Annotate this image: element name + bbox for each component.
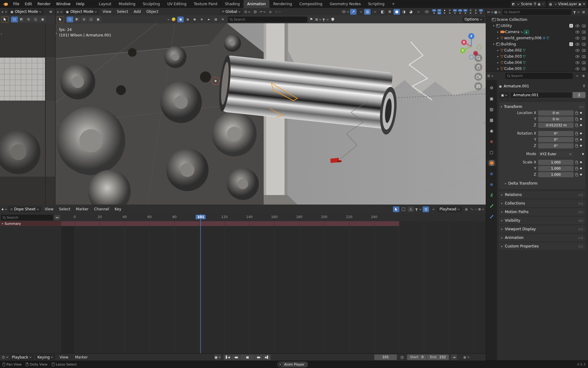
collection-checkbox[interactable]: ✓: [569, 42, 573, 46]
panel-grip-icon[interactable]: [578, 202, 583, 205]
workspace-tab-geometry-nodes[interactable]: Geometry Nodes: [326, 0, 364, 8]
tweak-tool-button[interactable]: [57, 16, 64, 23]
gizmo-z-axis[interactable]: Z: [468, 33, 474, 39]
properties-tab-bone-constraint-icon[interactable]: [487, 213, 496, 220]
animate-dot-icon[interactable]: [580, 118, 582, 120]
outliner-row[interactable]: ▸▽Cube.004▽: [486, 59, 588, 66]
filter-curve-icon[interactable]: ≋: [220, 17, 226, 22]
workspace-tab-texture-paint[interactable]: Texture Paint: [190, 0, 221, 8]
shading-rendered-icon[interactable]: ◕: [408, 9, 414, 15]
end-frame-field[interactable]: End 232: [427, 355, 449, 360]
toggle-on-icon[interactable]: [458, 9, 462, 12]
expander-closed-icon[interactable]: ▸: [496, 49, 499, 52]
keyframe-tracks-area[interactable]: [61, 221, 486, 353]
orientation-dropdown[interactable]: ⤧ Global: [220, 9, 243, 15]
timeline-view-icon[interactable]: ▥: [463, 354, 470, 360]
breadcrumb-object-name[interactable]: Armature.001: [503, 84, 529, 88]
ortho-grid-button[interactable]: [474, 82, 482, 90]
timeline-menu-view[interactable]: View: [57, 355, 71, 359]
editor-type-3d-icon[interactable]: ⟀: [1, 9, 8, 15]
panel-grip-icon[interactable]: [578, 245, 583, 247]
viewport-search-input[interactable]: [234, 17, 306, 21]
outliner-row[interactable]: ▸▽world_geometry.006⚙▽: [486, 35, 588, 41]
region-resize-arrows[interactable]: ‹›: [55, 31, 57, 35]
transform-value-field[interactable]: 0°: [538, 143, 574, 148]
jump-start-button[interactable]: ▌◀: [224, 355, 232, 360]
workspace-tab-animation[interactable]: Animation: [243, 0, 270, 8]
panel-grip-icon[interactable]: [579, 106, 584, 108]
outliner-item-label[interactable]: Cube.003: [504, 54, 522, 59]
toolbar-toggle-icon[interactable]: ‹: [1, 32, 2, 36]
sidebar-toggle-icon[interactable]: ‹: [484, 121, 485, 125]
topbar-menu-edit[interactable]: Edit: [22, 2, 35, 6]
outliner-filter-id-dropdown[interactable]: ▦: [494, 9, 501, 15]
lock-icon[interactable]: [575, 125, 578, 127]
display-mode-dropdown[interactable]: ▤: [315, 17, 322, 22]
fake-user-shield-icon[interactable]: [330, 17, 336, 22]
panel-grip-icon[interactable]: [578, 228, 583, 230]
playhead[interactable]: [200, 214, 201, 353]
pan-hand-button[interactable]: [474, 63, 482, 71]
toggle-off-icon[interactable]: ✕: [463, 12, 467, 14]
topbar-menu-window[interactable]: Window: [53, 2, 73, 6]
viewport-left-canvas[interactable]: ‹: [0, 23, 55, 205]
material-ball-icon[interactable]: [172, 17, 176, 21]
outliner-item-label[interactable]: Utility: [501, 24, 512, 28]
scene-selector[interactable]: ◩ Scene ▣ ×: [511, 1, 546, 7]
transform-value-field[interactable]: 0 m: [538, 117, 574, 122]
toggle-on-icon[interactable]: [453, 9, 457, 12]
outliner-row[interactable]: ▸Camera∿●: [486, 29, 588, 35]
hide-in-viewport-icon[interactable]: [575, 67, 579, 70]
pause-button[interactable]: ▮▮: [240, 355, 254, 360]
remove-viewlayer-icon[interactable]: ×: [582, 2, 586, 6]
animate-dot-icon[interactable]: [580, 124, 582, 126]
dopesheet-menu-key[interactable]: Key: [112, 207, 124, 211]
animate-dot-icon[interactable]: [582, 153, 584, 155]
outliner-row[interactable]: ▸▽Cube.002▽: [486, 47, 588, 53]
select-extend-button[interactable]: ◩: [74, 17, 80, 22]
outliner-row[interactable]: ▸▽Cube.003▽: [486, 53, 588, 59]
animate-dot-icon[interactable]: [580, 145, 582, 147]
gizmo-z-neg-axis[interactable]: [469, 55, 474, 59]
disable-in-render-icon[interactable]: [582, 43, 586, 46]
pin-icon[interactable]: [582, 84, 586, 88]
new-viewlayer-icon[interactable]: ▣: [578, 2, 581, 6]
new-collection-icon[interactable]: ⊞: [580, 9, 587, 15]
select-intersect-button[interactable]: ▣: [39, 17, 46, 22]
select-invert-button[interactable]: ◫: [32, 17, 39, 22]
toggle-off-icon[interactable]: ✕: [474, 9, 478, 12]
collection-checkbox[interactable]: ✓: [569, 24, 573, 28]
toggle-off-icon[interactable]: ✕: [448, 9, 452, 12]
panel-visibility[interactable]: ▸Visibility: [499, 217, 586, 224]
scene-name[interactable]: Scene: [521, 2, 532, 6]
disable-in-render-icon[interactable]: [582, 49, 586, 52]
dopesheet-menu-select[interactable]: Select: [56, 207, 73, 211]
select-extend-button[interactable]: ◩: [18, 17, 25, 22]
outliner-item-label[interactable]: Cube.002: [504, 48, 522, 52]
properties-tab-render-icon[interactable]: ▣: [487, 95, 496, 102]
panel-collections[interactable]: ▸Collections: [499, 200, 586, 207]
editor-type-timeline-icon[interactable]: ◷: [2, 354, 9, 360]
overlay-eye-icon[interactable]: [424, 9, 430, 15]
dopesheet-menu-view[interactable]: View: [42, 207, 56, 211]
workspace-tab-uv-editing[interactable]: UV Editing: [164, 0, 190, 8]
cursor-tool-icon[interactable]: [393, 206, 399, 212]
hide-in-viewport-icon[interactable]: [575, 43, 579, 46]
anim-player-pill[interactable]: ✕ Anim Player: [277, 362, 308, 367]
show-gizmo-icon[interactable]: ↗: [350, 9, 356, 15]
header-toggle-1[interactable]: [437, 9, 442, 14]
lock-icon[interactable]: [575, 168, 578, 170]
box-select-icon[interactable]: [400, 206, 407, 212]
channel-search-input[interactable]: [7, 216, 51, 220]
workspace-tab-scripting[interactable]: Scripting: [364, 0, 388, 8]
select-new-button[interactable]: ▢: [11, 17, 18, 22]
toggle-dot-icon[interactable]: [443, 9, 447, 12]
dopesheet-menu-channel[interactable]: Channel: [91, 207, 112, 211]
outliner-row[interactable]: ▾Building✓: [486, 41, 588, 47]
properties-tab-collection-icon[interactable]: ▢: [487, 149, 496, 155]
properties-editor-icon[interactable]: ☰: [487, 73, 494, 79]
expander-open-icon[interactable]: ▾: [492, 43, 495, 46]
overlays-dropdown[interactable]: [371, 9, 378, 15]
properties-dropdown[interactable]: [573, 73, 580, 79]
hide-in-viewport-icon[interactable]: [575, 61, 579, 64]
